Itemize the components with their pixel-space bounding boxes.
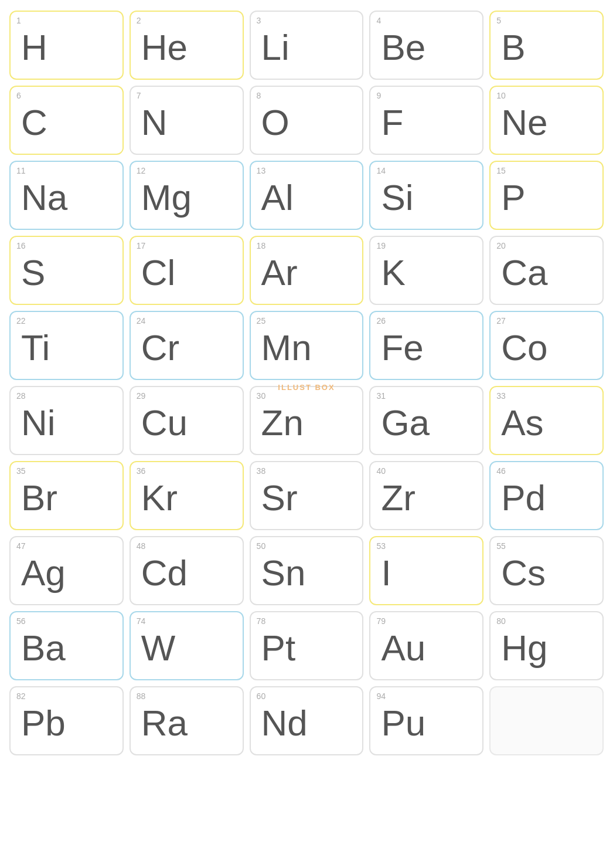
atomic-number: 6 — [16, 91, 21, 100]
element-symbol: O — [257, 102, 290, 141]
atomic-number: 53 — [376, 542, 386, 550]
atomic-number: 28 — [16, 392, 26, 400]
element-cell-pd: 46Pd — [489, 461, 604, 530]
atomic-number: 74 — [137, 617, 146, 625]
element-cell-h: 1H — [9, 11, 124, 80]
element-cell-s: 16S — [9, 236, 124, 305]
atomic-number: 19 — [376, 242, 386, 250]
element-symbol: Pd — [496, 477, 546, 516]
atomic-number: 88 — [137, 692, 146, 700]
atomic-number: 13 — [257, 167, 266, 175]
element-symbol: Ar — [257, 252, 298, 291]
element-cell-b: 5B — [489, 11, 604, 80]
atomic-number: 5 — [496, 16, 501, 25]
element-symbol: Kr — [137, 477, 178, 516]
element-cell-kr: 36Kr — [130, 461, 244, 530]
element-cell-cl: 17Cl — [130, 236, 244, 305]
element-cell-be: 4Be — [369, 11, 483, 80]
empty-cell — [489, 686, 604, 755]
element-symbol: Na — [16, 177, 67, 216]
element-symbol: F — [376, 102, 403, 141]
element-symbol: Sr — [257, 477, 298, 516]
atomic-number: 35 — [16, 467, 26, 475]
element-symbol: Ag — [16, 552, 66, 591]
element-cell-ra: 88Ra — [130, 686, 244, 755]
element-cell-ne: 10Ne — [489, 86, 604, 155]
atomic-number: 25 — [257, 317, 266, 325]
element-cell-pb: 82Pb — [9, 686, 124, 755]
atomic-number: 14 — [376, 167, 386, 175]
element-symbol: As — [496, 402, 543, 441]
element-symbol: Cl — [137, 252, 176, 291]
atomic-number: 56 — [16, 617, 26, 625]
atomic-number: 29 — [137, 392, 146, 400]
atomic-number: 55 — [496, 542, 506, 550]
element-cell-nd: 60Nd — [250, 686, 364, 755]
atomic-number: 60 — [257, 692, 266, 700]
element-symbol: Fe — [376, 327, 423, 366]
atomic-number: 48 — [137, 542, 146, 550]
element-cell-sr: 38Sr — [250, 461, 364, 530]
element-symbol: I — [376, 552, 391, 591]
element-symbol: Ra — [137, 703, 188, 741]
element-cell-ti: 22Ti — [9, 311, 124, 380]
elements-grid: 1H2He3Li4Be5B6C7N8O9F10Ne11Na12Mg13Al14S… — [9, 11, 604, 755]
element-symbol: Cs — [496, 552, 546, 591]
atomic-number: 50 — [257, 542, 266, 550]
element-cell-w: 74W — [130, 611, 244, 680]
atomic-number: 24 — [137, 317, 146, 325]
element-cell-cs: 55Cs — [489, 536, 604, 605]
element-symbol: Nd — [257, 703, 308, 741]
element-symbol: Ba — [16, 628, 66, 666]
atomic-number: 22 — [16, 317, 26, 325]
element-cell-br: 35Br — [9, 461, 124, 530]
element-cell-cu: 29Cu — [130, 386, 244, 455]
element-symbol: C — [16, 102, 47, 141]
element-symbol: Li — [257, 27, 290, 66]
element-symbol: P — [496, 177, 525, 216]
element-cell-i: 53I — [369, 536, 483, 605]
atomic-number: 9 — [376, 91, 381, 100]
element-symbol: Al — [257, 177, 294, 216]
element-symbol: S — [16, 252, 45, 291]
element-symbol: Pt — [257, 628, 296, 666]
atomic-number: 79 — [376, 617, 386, 625]
element-cell-ga: 31Ga — [369, 386, 483, 455]
element-symbol: Pb — [16, 703, 66, 741]
element-cell-cd: 48Cd — [130, 536, 244, 605]
atomic-number: 80 — [496, 617, 506, 625]
element-cell-he: 2He — [130, 11, 244, 80]
element-symbol: Cr — [137, 327, 179, 366]
element-symbol: K — [376, 252, 405, 291]
atomic-number: 30 — [257, 392, 266, 400]
atomic-number: 33 — [496, 392, 506, 400]
element-cell-pu: 94Pu — [369, 686, 483, 755]
atomic-number: 10 — [496, 91, 506, 100]
element-cell-si: 14Si — [369, 161, 483, 230]
element-cell-fe: 26Fe — [369, 311, 483, 380]
atomic-number: 4 — [376, 16, 381, 25]
atomic-number: 11 — [16, 167, 26, 175]
element-symbol: Be — [376, 27, 425, 66]
atomic-number: 16 — [16, 242, 26, 250]
element-cell-au: 79Au — [369, 611, 483, 680]
element-symbol: Ni — [16, 402, 56, 441]
atomic-number: 82 — [16, 692, 26, 700]
atomic-number: 20 — [496, 242, 506, 250]
atomic-number: 40 — [376, 467, 386, 475]
element-symbol: Zn — [257, 402, 304, 441]
atomic-number: 1 — [16, 16, 21, 25]
element-cell-sn: 50Sn — [250, 536, 364, 605]
element-symbol: He — [137, 27, 188, 66]
element-cell-as: 33As — [489, 386, 604, 455]
element-cell-pt: 78Pt — [250, 611, 364, 680]
element-symbol: Ne — [496, 102, 547, 141]
element-symbol: Co — [496, 327, 547, 366]
element-symbol: Mg — [137, 177, 192, 216]
atomic-number: 3 — [257, 16, 261, 25]
atomic-number: 17 — [137, 242, 146, 250]
element-cell-o: 8O — [250, 86, 364, 155]
element-symbol: Hg — [496, 628, 547, 666]
element-symbol: Si — [376, 177, 413, 216]
element-cell-ba: 56Ba — [9, 611, 124, 680]
